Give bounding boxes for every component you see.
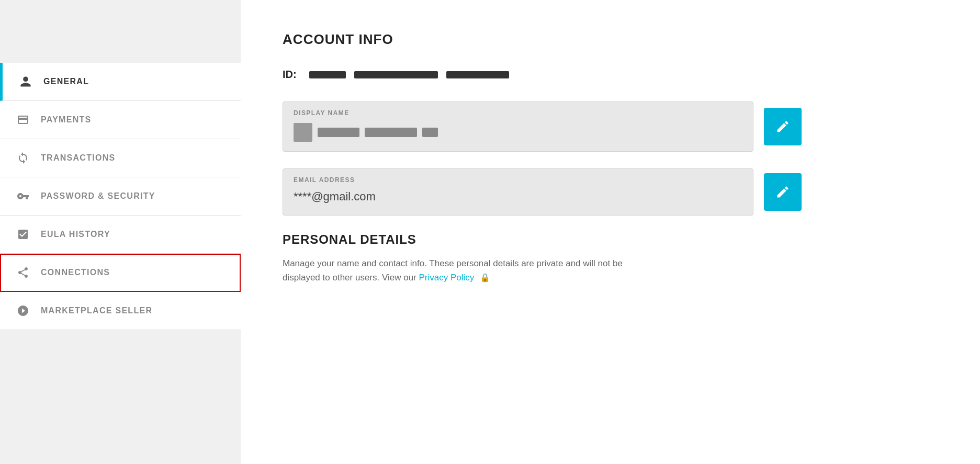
key-icon	[16, 189, 30, 203]
edit-pencil-icon-2	[775, 185, 790, 199]
sidebar-item-marketplace-label: MARKETPLACE SELLER	[41, 306, 152, 315]
sidebar-item-eula-history[interactable]: EULA HISTORY	[0, 216, 241, 254]
sidebar-item-transactions-label: TRANSACTIONS	[41, 153, 115, 163]
display-name-text-block-2	[365, 128, 417, 137]
email-edit-button[interactable]	[764, 173, 802, 211]
payments-icon	[16, 112, 30, 127]
id-value-block-2	[354, 71, 438, 78]
id-label: ID:	[283, 69, 297, 81]
personal-details-title: PERSONAL DETAILS	[283, 232, 938, 247]
sidebar-item-payments[interactable]: PAYMENTS	[0, 101, 241, 139]
display-name-edit-button[interactable]	[764, 108, 802, 145]
sidebar-item-marketplace-seller[interactable]: MARKETPLACE SELLER	[0, 292, 241, 330]
id-value-block-1	[309, 71, 346, 78]
main-content: ACCOUNT INFO ID: DISPLAY NAME EMAIL ADDR…	[241, 0, 980, 464]
id-row: ID:	[283, 69, 938, 81]
sidebar-item-general-label: GENERAL	[43, 77, 89, 86]
display-name-text-block-1	[318, 128, 359, 137]
display-name-avatar-block	[294, 123, 312, 142]
display-name-text-block-3	[422, 128, 438, 137]
privacy-policy-link[interactable]: Privacy Policy	[419, 273, 475, 282]
sidebar-item-payments-label: PAYMENTS	[41, 115, 91, 125]
sidebar-item-transactions[interactable]: TRANSACTIONS	[0, 139, 241, 177]
sidebar-item-password-security[interactable]: PASSWORD & SECURITY	[0, 177, 241, 216]
account-info-title: ACCOUNT INFO	[283, 31, 938, 48]
display-name-row: DISPLAY NAME	[283, 101, 938, 152]
id-value-block-3	[446, 71, 509, 78]
eula-icon	[16, 227, 30, 242]
sidebar-item-general[interactable]: GENERAL	[0, 63, 241, 101]
email-row: EMAIL ADDRESS ****@gmail.com	[283, 168, 938, 216]
email-label: EMAIL ADDRESS	[294, 176, 742, 184]
display-name-label: DISPLAY NAME	[294, 109, 742, 117]
person-icon	[18, 74, 33, 89]
sidebar-item-password-label: PASSWORD & SECURITY	[41, 191, 155, 201]
sidebar-item-eula-label: EULA HISTORY	[41, 230, 110, 239]
connections-icon	[16, 265, 30, 280]
transactions-icon	[16, 151, 30, 165]
personal-details-section: PERSONAL DETAILS Manage your name and co…	[283, 232, 938, 285]
sidebar: GENERAL PAYMENTS TRANSACTIONS PASSWORD &…	[0, 0, 241, 464]
email-field: EMAIL ADDRESS ****@gmail.com	[283, 168, 753, 216]
email-value: ****@gmail.com	[294, 190, 742, 203]
personal-details-text: Manage your name and contact info. These…	[283, 256, 649, 285]
edit-pencil-icon	[775, 119, 790, 134]
sidebar-item-connections[interactable]: CONNECTIONS	[0, 254, 241, 292]
lock-icon: 🔒	[480, 271, 490, 285]
display-name-field: DISPLAY NAME	[283, 101, 753, 152]
sidebar-item-connections-label: CONNECTIONS	[41, 268, 110, 277]
seller-icon	[16, 303, 30, 318]
display-name-value	[294, 123, 742, 142]
